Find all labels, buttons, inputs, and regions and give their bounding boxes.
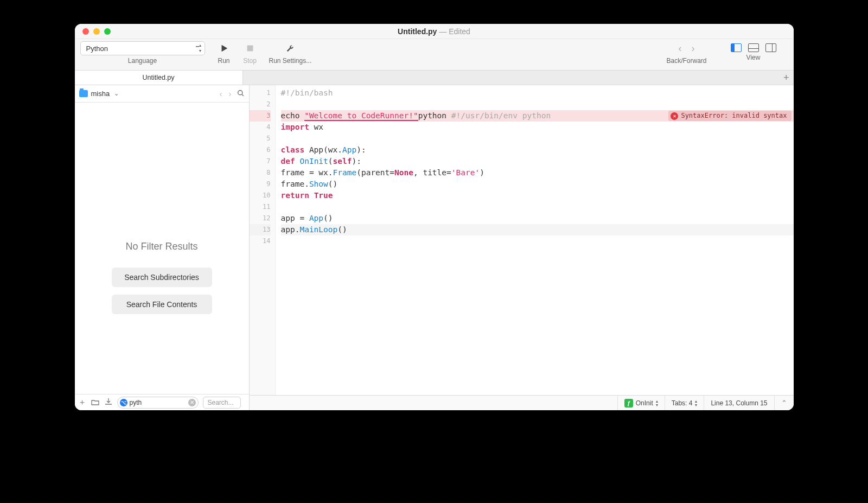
no-results-label: No Filter Results	[125, 241, 197, 252]
view-label: View	[746, 54, 761, 61]
editor: 1234567891011121314 #!/bin/bash echo "We…	[250, 85, 794, 410]
sidebar-body: No Filter Results Search Subdirectories …	[75, 103, 249, 394]
sidebar-footer: ＋ ⌥ pyth ✕ Search...	[75, 394, 249, 410]
svg-rect-0	[247, 46, 253, 52]
search-input[interactable]: Search...	[203, 397, 241, 409]
language-value: Python	[86, 44, 108, 53]
code-line[interactable]: return True	[281, 190, 794, 201]
run-settings-label: Run Settings...	[269, 57, 312, 65]
code-line[interactable]: def OnInit(self):	[281, 156, 794, 167]
maximize-window-button[interactable]	[104, 28, 111, 35]
line-number: 4	[250, 122, 271, 133]
caret-up-icon: ▴	[199, 43, 201, 48]
code-line[interactable]: app = App()	[281, 213, 794, 224]
run-settings-button[interactable]	[283, 41, 297, 55]
language-select[interactable]: Python ▴ ▾	[80, 41, 205, 55]
error-icon: ✕	[671, 112, 678, 120]
code-line[interactable]: class App(wx.App):	[281, 144, 794, 156]
code-line[interactable]: echo "Welcome to CodeRunner!"python #!/u…	[281, 110, 794, 122]
nav-back-button[interactable]: ‹	[678, 41, 681, 55]
chevron-up-icon: ⌃	[781, 399, 787, 407]
code-line[interactable]: frame.Show()	[281, 179, 794, 190]
search-icon	[237, 89, 245, 97]
code-line[interactable]	[281, 133, 794, 144]
clear-filter-button[interactable]: ✕	[188, 399, 196, 406]
stop-button[interactable]	[243, 41, 257, 55]
settings-group: Run Settings...	[269, 41, 312, 65]
new-folder-button[interactable]	[91, 398, 100, 407]
cursor-label: Line 13, Column 15	[711, 399, 767, 407]
close-window-button[interactable]	[82, 28, 89, 35]
line-number: 14	[250, 235, 271, 247]
error-badge[interactable]: ✕SyntaxError: invalid syntax	[668, 111, 791, 121]
stop-icon	[245, 43, 255, 53]
import-button[interactable]	[104, 398, 113, 407]
toggle-bottom-panel-button[interactable]	[748, 43, 759, 52]
line-number: 6	[250, 144, 271, 156]
cursor-position: Line 13, Column 15	[704, 396, 774, 411]
code-line[interactable]: frame = wx.Frame(parent=None, title='Bar…	[281, 167, 794, 179]
search-placeholder: Search...	[208, 399, 234, 406]
folder-chip[interactable]: misha ⌄	[79, 90, 119, 98]
wrench-icon	[285, 43, 295, 53]
tab-untitled[interactable]: Untitled.py	[75, 71, 243, 85]
folder-outline-icon	[91, 399, 99, 405]
code-line[interactable]	[281, 235, 794, 247]
code-line[interactable]	[281, 99, 794, 110]
titlebar: Untitled.py — Edited	[75, 24, 794, 39]
expand-status-button[interactable]: ⌃	[774, 396, 794, 411]
updown-icon: ▴▾	[695, 399, 697, 407]
stop-group: Stop	[243, 41, 257, 65]
code-line[interactable]: app.MainLoop()	[281, 224, 794, 235]
toggle-left-panel-button[interactable]	[731, 43, 742, 52]
line-number: 8	[250, 167, 271, 179]
tabs-label: Tabs: 4	[672, 399, 693, 407]
code-line[interactable]: #!/bin/bash	[281, 87, 794, 99]
line-number: 12	[250, 213, 271, 224]
nav-label: Back/Forward	[666, 57, 706, 65]
filter-type-icon: ⌥	[120, 399, 127, 406]
run-button[interactable]	[217, 41, 231, 55]
svg-point-1	[238, 90, 242, 94]
sidebar-search-button[interactable]	[237, 89, 245, 99]
code-line[interactable]	[281, 201, 794, 213]
title-filename: Untitled.py	[398, 27, 437, 36]
line-number: 3	[250, 110, 271, 122]
statusbar: ƒ OnInit ▴▾ Tabs: 4 ▴▾ Line 13, Column 1…	[250, 395, 794, 410]
code-line[interactable]: import wx	[281, 122, 794, 133]
language-label: Language	[128, 57, 157, 65]
symbol-picker[interactable]: ƒ OnInit ▴▾	[617, 396, 665, 411]
gutter: 1234567891011121314	[250, 85, 276, 395]
toggle-right-panel-button[interactable]	[765, 43, 776, 52]
folder-icon	[79, 90, 88, 97]
sidebar-path-bar: misha ⌄ ‹ ›	[75, 85, 249, 103]
view-group: View	[731, 41, 776, 61]
caret-down-icon: ▾	[199, 49, 201, 53]
sidebar-back-button[interactable]: ‹	[218, 89, 224, 98]
code-area[interactable]: 1234567891011121314 #!/bin/bash echo "We…	[250, 85, 794, 395]
line-number: 10	[250, 190, 271, 201]
tabs-setting[interactable]: Tabs: 4 ▴▾	[665, 396, 704, 411]
tabstrip: Untitled.py +	[75, 71, 794, 85]
line-number: 5	[250, 133, 271, 144]
updown-icon: ▴▾	[656, 399, 658, 407]
run-label: Run	[218, 57, 229, 65]
filter-input[interactable]: ⌥ pyth ✕	[117, 397, 199, 409]
tab-label: Untitled.py	[142, 74, 174, 81]
code[interactable]: #!/bin/bash echo "Welcome to CodeRunner!…	[276, 85, 794, 395]
line-number: 9	[250, 179, 271, 190]
new-file-button[interactable]: ＋	[78, 397, 87, 408]
filter-value: pyth	[130, 399, 142, 406]
nav-forward-button[interactable]: ›	[691, 41, 694, 55]
minimize-window-button[interactable]	[93, 28, 100, 35]
run-group: Run	[217, 41, 231, 65]
search-subdirectories-button[interactable]: Search Subdirectories	[112, 268, 212, 287]
chevron-down-icon: ⌄	[114, 90, 119, 97]
line-number: 13	[250, 224, 271, 235]
search-file-contents-button[interactable]: Search File Contents	[112, 295, 212, 314]
sidebar-forward-button[interactable]: ›	[227, 89, 233, 98]
title-edited: — Edited	[437, 27, 470, 36]
new-tab-button[interactable]: +	[783, 72, 789, 84]
language-group: Python ▴ ▾ Language	[80, 41, 205, 65]
line-number: 11	[250, 201, 271, 213]
